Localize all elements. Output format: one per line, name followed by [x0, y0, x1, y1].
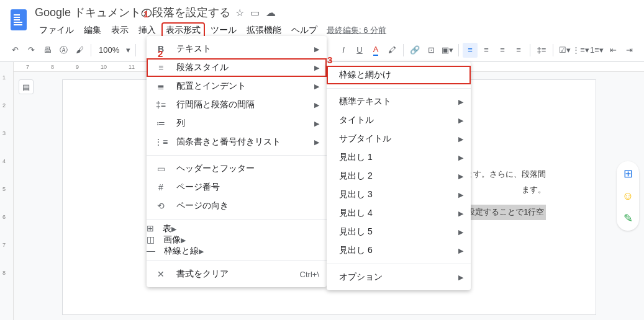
menu-item-icon: ⋮≡	[154, 137, 168, 147]
suggest-icon[interactable]: ✎	[620, 211, 635, 226]
menu-item-label: 列	[176, 118, 314, 129]
checklist-button[interactable]: ☑▾	[557, 43, 572, 58]
submenu-item-見出し 1[interactable]: 見出し 1▶	[327, 148, 471, 167]
comment-button[interactable]: ⊡	[424, 43, 438, 58]
chevron-right-icon: ▶	[314, 64, 319, 72]
side-panel: ⊞ ☺ ✎	[617, 161, 639, 231]
separator	[91, 44, 91, 56]
submenu-item-タイトル[interactable]: タイトル▶	[327, 111, 471, 130]
align-right-button[interactable]: ≡	[495, 43, 510, 58]
format-item-行間隔と段落の間隔[interactable]: ‡≡行間隔と段落の間隔▶	[147, 96, 327, 114]
submenu-item-サブタイトル[interactable]: サブタイトル▶	[327, 130, 471, 148]
callout-1: 1	[143, 9, 148, 19]
chevron-right-icon: ▶	[314, 120, 319, 128]
move-icon[interactable]: ▭	[250, 7, 260, 19]
menu-item-icon: ≔	[154, 118, 168, 128]
line-spacing-button[interactable]: ‡≡	[534, 43, 549, 58]
submenu-item-枠線と網かけ[interactable]: 枠線と網かけ	[327, 66, 471, 84]
submenu-item-見出し 2[interactable]: 見出し 2▶	[327, 167, 471, 185]
format-item-配置とインデント[interactable]: ≣配置とインデント▶	[147, 77, 327, 96]
format-item-テキスト[interactable]: Bテキスト▶	[147, 40, 327, 58]
format-item-枠線と線: —枠線と線▶	[147, 246, 327, 257]
chevron-right-icon: ▶	[458, 228, 463, 236]
menu-shortcut: Ctrl+\	[300, 270, 319, 279]
add-comment-icon[interactable]: ⊞	[620, 166, 635, 181]
chevron-right-icon: ▶	[199, 247, 204, 255]
separator	[553, 44, 553, 56]
outline-toggle-button[interactable]: ▤	[19, 79, 34, 94]
format-item-画像: ◫画像▶	[147, 234, 327, 246]
menu-file[interactable]: ファイル	[35, 22, 78, 38]
spellcheck-button[interactable]: Ⓐ	[56, 43, 71, 58]
align-justify-button[interactable]: ≡	[511, 43, 526, 58]
link-button[interactable]: 🔗	[407, 43, 422, 58]
menu-item-label: ヘッダーとフッター	[176, 163, 319, 174]
submenu-item-見出し 4[interactable]: 見出し 4▶	[327, 204, 471, 223]
zoom-select[interactable]: 100%	[95, 45, 123, 55]
menu-item-label: ページの向き	[176, 200, 319, 211]
chevron-right-icon: ▶	[314, 138, 319, 146]
menu-item-icon: ▭	[154, 164, 168, 174]
italic-button[interactable]: I	[336, 43, 351, 58]
submenu-item-label: タイトル	[334, 115, 458, 126]
chevron-right-icon: ▶	[314, 82, 319, 91]
format-item-ページの向き[interactable]: ⟲ページの向き	[147, 197, 327, 215]
menu-item-icon: ⟲	[154, 201, 168, 211]
submenu-item-見出し 5[interactable]: 見出し 5▶	[327, 223, 471, 241]
submenu-item-label: 見出し 3	[334, 189, 458, 200]
menu-item-label: 書式をクリア	[176, 269, 300, 280]
chevron-right-icon: ▶	[458, 191, 463, 199]
submenu-item-label: 見出し 5	[334, 226, 458, 238]
paint-format-button[interactable]: 🖌	[72, 43, 87, 58]
emoji-icon[interactable]: ☺	[620, 189, 635, 203]
align-left-button[interactable]: ≡	[463, 43, 478, 58]
undo-button[interactable]: ↶	[7, 43, 22, 58]
last-edit-link[interactable]: 最終編集: 6 分前	[327, 25, 386, 36]
highlight-button[interactable]: 🖍	[384, 43, 399, 58]
bulleted-list-button[interactable]: ⋮≡▾	[573, 43, 588, 58]
chevron-right-icon: ▶	[458, 247, 463, 255]
star-icon[interactable]: ☆	[235, 7, 244, 19]
format-item-書式をクリア[interactable]: ✕書式をクリアCtrl+\	[147, 265, 327, 283]
submenu-item-見出し 3[interactable]: 見出し 3▶	[327, 185, 471, 204]
document-title[interactable]: Google ドキュメントの段落を設定する	[35, 5, 230, 20]
print-button[interactable]: 🖶	[40, 43, 55, 58]
align-center-button[interactable]: ≡	[479, 43, 494, 58]
format-item-箇条書きと番号付きリスト[interactable]: ⋮≡箇条書きと番号付きリスト▶	[147, 133, 327, 151]
submenu-item-オプション[interactable]: オプション▶	[327, 268, 471, 287]
indent-increase-button[interactable]: ⇥	[622, 43, 637, 58]
menu-edit[interactable]: 編集	[79, 22, 106, 38]
cloud-icon[interactable]: ☁	[266, 7, 276, 19]
menu-item-label: 箇条書きと番号付きリスト	[176, 136, 314, 148]
submenu-item-label: オプション	[334, 272, 458, 283]
chevron-right-icon: ▶	[314, 101, 319, 109]
text-color-button[interactable]: A	[368, 43, 383, 58]
format-item-段落スタイル[interactable]: ≡段落スタイル▶	[147, 58, 327, 77]
numbered-list-button[interactable]: 1≡▾	[589, 43, 604, 58]
format-item-列[interactable]: ≔列▶	[147, 114, 327, 133]
menu-item-icon: ◫	[147, 234, 155, 244]
submenu-item-標準テキスト[interactable]: 標準テキスト▶	[327, 92, 471, 111]
menu-item-label: 画像	[163, 234, 181, 244]
chevron-right-icon: ▶	[458, 117, 463, 125]
menu-item-label: 表	[163, 223, 171, 233]
image-button[interactable]: ▣▾	[440, 43, 455, 58]
callout-2: 2	[158, 48, 163, 59]
zoom-dropdown-icon[interactable]: ▾	[124, 43, 132, 58]
docs-logo[interactable]	[7, 5, 30, 35]
chevron-right-icon: ▶	[181, 236, 186, 244]
indent-decrease-button[interactable]: ⇤	[605, 43, 620, 58]
format-item-ページ番号[interactable]: #ページ番号	[147, 178, 327, 197]
format-dropdown: Bテキスト▶≡段落スタイル▶≣配置とインデント▶‡≡行間隔と段落の間隔▶≔列▶⋮…	[147, 36, 327, 287]
submenu-item-見出し 6[interactable]: 見出し 6▶	[327, 241, 471, 260]
menu-view[interactable]: 表示	[107, 22, 133, 38]
format-item-ヘッダーとフッター[interactable]: ▭ヘッダーとフッター	[147, 159, 327, 178]
redo-button[interactable]: ↷	[24, 43, 39, 58]
menubar: ファイル 編集 表示 挿入 表示形式 ツール 拡張機能 ヘルプ 最終編集: 6 …	[35, 22, 637, 38]
submenu-item-label: 見出し 1	[334, 152, 458, 163]
chevron-right-icon: ▶	[458, 98, 463, 106]
menu-item-icon: ≣	[154, 81, 168, 91]
submenu-item-label: 見出し 6	[334, 245, 458, 256]
chevron-right-icon: ▶	[458, 273, 463, 282]
underline-button[interactable]: U	[352, 43, 367, 58]
